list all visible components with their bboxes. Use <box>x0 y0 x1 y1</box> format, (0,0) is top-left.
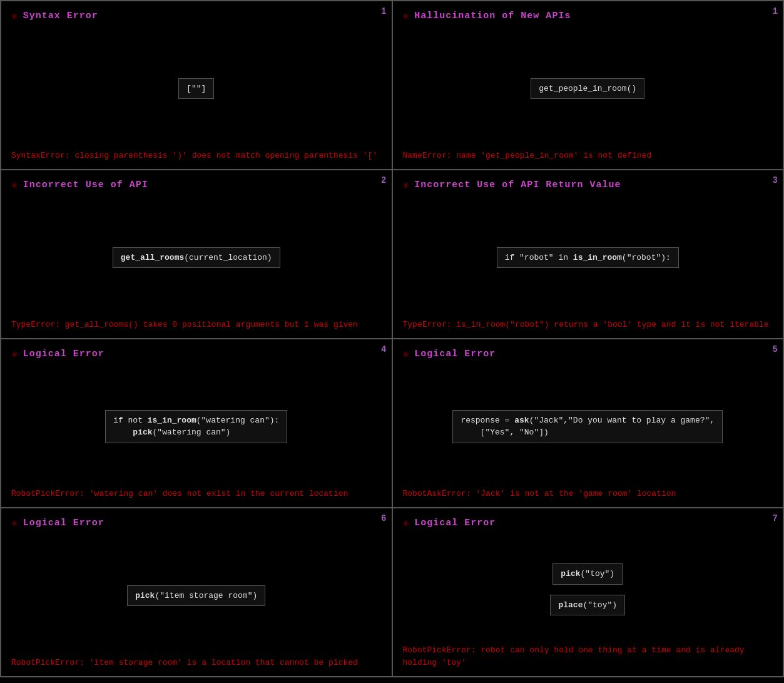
cell-1: ✳ Syntax Error [""] SyntaxError: closing… <box>1 1 393 170</box>
cell-4-number: 3 <box>773 175 778 185</box>
cell-4: ✳ Incorrect Use of API Return Value 3 if… <box>393 170 785 339</box>
robot-icon-7: ✳ <box>11 516 18 530</box>
cell-3: ✳ Incorrect Use of API 2 get_all_rooms(c… <box>1 170 393 339</box>
cell-8-title: Logical Error <box>414 518 496 528</box>
cell-6-title: Logical Error <box>414 349 496 359</box>
cell-5-title: Logical Error <box>23 349 104 359</box>
cell-5-header: ✳ Logical Error <box>11 347 382 361</box>
cell-6: ✳ Logical Error 5 response = ask("Jack",… <box>393 339 785 508</box>
cell-8-error: RobotPickError: robot can only hold one … <box>403 644 773 669</box>
cell-2-number: 1 <box>773 6 778 16</box>
cell-2-header: ✳ Hallucination of New APIs <box>403 9 773 23</box>
cell-6-header: ✳ Logical Error <box>403 347 773 361</box>
cell-7-code-area: pick("item storage room") <box>11 535 382 657</box>
cell-6-error: RobotAskError: 'Jack' is not at the 'gam… <box>403 488 773 500</box>
cell-3-title: Incorrect Use of API <box>23 180 148 190</box>
cell-7-code: pick("item storage room") <box>127 585 265 607</box>
cell-3-code-area: get_all_rooms(current_location) <box>11 197 382 319</box>
cell-1-error: SyntaxError: closing parenthesis ')' doe… <box>11 150 382 162</box>
robot-icon-8: ✳ <box>403 516 410 530</box>
cell-7-title: Logical Error <box>23 518 104 528</box>
cell-3-header: ✳ Incorrect Use of API <box>11 178 382 192</box>
cell-5: ✳ Logical Error 4 if not is_in_room("wat… <box>1 339 393 508</box>
cell-2-code: get_people_in_room() <box>531 78 644 100</box>
main-grid: ✳ Syntax Error [""] SyntaxError: closing… <box>0 0 784 677</box>
cell-3-code: get_all_rooms(current_location) <box>113 247 280 269</box>
cell-4-title: Incorrect Use of API Return Value <box>414 180 621 190</box>
cell-1-code-area: [""] <box>11 28 382 150</box>
cell-3-number: 2 <box>381 175 386 185</box>
cell-6-number: 5 <box>773 344 778 354</box>
cell-4-code-area: if "robot" in is_in_room("robot"): <box>403 197 773 319</box>
cell-4-error: TypeError: is_in_room("robot") returns a… <box>403 319 773 331</box>
cell-8-header: ✳ Logical Error <box>403 516 773 530</box>
cell-2-error: NameError: name 'get_people_in_room' is … <box>403 150 773 162</box>
cell-8: ✳ Logical Error 7 pick("toy") place("toy… <box>393 508 785 677</box>
cell-8-number: 7 <box>773 513 778 523</box>
cell-2: ✳ Hallucination of New APIs 1 get_people… <box>393 1 785 170</box>
cell-7-header: ✳ Logical Error <box>11 516 382 530</box>
cell-4-header: ✳ Incorrect Use of API Return Value <box>403 178 773 192</box>
robot-icon-5: ✳ <box>11 347 18 361</box>
cell-1-code: [""] <box>178 78 214 100</box>
cell-7-error: RobotPickError: 'item storage room' is a… <box>11 657 382 669</box>
cell-1-title: Syntax Error <box>23 11 98 21</box>
cell-2-title: Hallucination of New APIs <box>414 11 571 21</box>
cell-5-number: 4 <box>381 344 386 354</box>
cell-5-error: RobotPickError: 'watering can' does not … <box>11 488 382 500</box>
cell-1-number: 1 <box>381 6 386 16</box>
cell-8-code-place: place("toy") <box>550 595 625 616</box>
cell-3-error: TypeError: get_all_rooms() takes 0 posit… <box>11 319 382 331</box>
cell-8-code-pick: pick("toy") <box>552 563 623 585</box>
robot-icon-4: ✳ <box>403 178 410 192</box>
cell-6-code-area: response = ask("Jack","Do you want to pl… <box>403 366 773 488</box>
cell-7-number: 6 <box>381 513 386 523</box>
cell-2-code-area: get_people_in_room() <box>403 28 773 150</box>
cell-5-code-area: if not is_in_room("watering can"): pick(… <box>11 366 382 488</box>
cell-7: ✳ Logical Error 6 pick("item storage roo… <box>1 508 393 677</box>
robot-icon-6: ✳ <box>403 347 410 361</box>
cell-5-code: if not is_in_room("watering can"): pick(… <box>105 410 287 443</box>
cell-4-code: if "robot" in is_in_room("robot"): <box>497 247 679 269</box>
cell-6-code: response = ask("Jack","Do you want to pl… <box>452 410 723 443</box>
robot-icon-2: ✳ <box>403 9 410 23</box>
cell-8-code-area: pick("toy") place("toy") <box>403 535 773 644</box>
cell-1-header: ✳ Syntax Error <box>11 9 382 23</box>
robot-icon-1: ✳ <box>11 9 18 23</box>
robot-icon-3: ✳ <box>11 178 18 192</box>
